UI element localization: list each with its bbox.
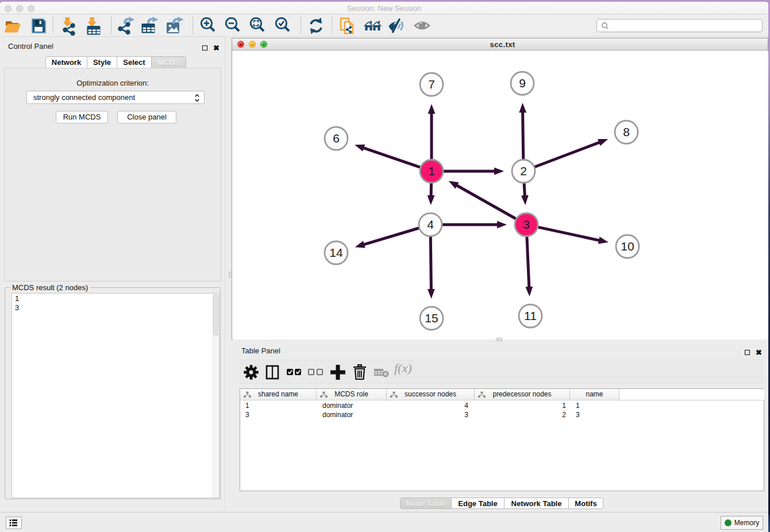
svg-text:6: 6 xyxy=(333,132,340,145)
svg-text:3: 3 xyxy=(523,218,530,231)
svg-text:9: 9 xyxy=(519,76,526,90)
svg-text:4: 4 xyxy=(427,218,434,231)
svg-text:10: 10 xyxy=(621,240,634,253)
svg-text:1: 1 xyxy=(428,164,435,178)
svg-text:2: 2 xyxy=(520,164,527,178)
svg-text:11: 11 xyxy=(524,309,537,322)
svg-text:15: 15 xyxy=(425,311,438,325)
svg-text:8: 8 xyxy=(623,125,630,138)
svg-text:7: 7 xyxy=(428,78,435,91)
svg-text:14: 14 xyxy=(329,246,343,259)
